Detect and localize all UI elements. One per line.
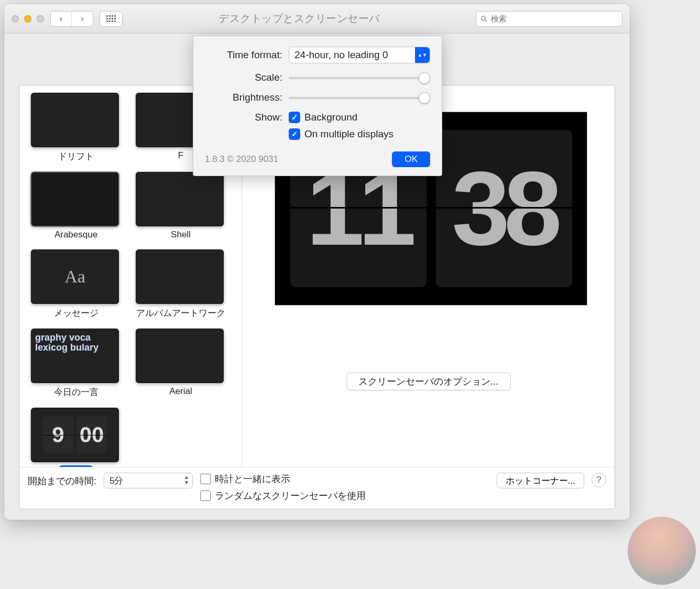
checkbox-checked-icon: ✓	[289, 112, 300, 123]
nav-back-forward: ‹ ›	[50, 11, 93, 27]
thumbnail-label: Aerial	[136, 386, 226, 397]
preview-minutes: 38	[436, 130, 572, 287]
screensaver-item-message[interactable]: Aa メッセージ	[31, 249, 121, 319]
screensaver-item-album[interactable]: アルバムアートワーク	[136, 249, 226, 319]
thumbnail	[31, 172, 119, 226]
forward-button[interactable]: ›	[72, 12, 93, 26]
brightness-label: Brightness:	[205, 92, 282, 103]
search-field[interactable]	[476, 11, 622, 27]
checkbox-label: Background	[304, 112, 357, 123]
show-all-button[interactable]	[100, 11, 123, 27]
close-window-button[interactable]	[12, 15, 19, 23]
thumbnail	[136, 249, 224, 304]
bottom-bar: 開始までの時間: 5分 ▲▼ 時計と一緒に表示 ランダムなスクリーンセーバを使用	[19, 467, 615, 509]
slider-track	[289, 97, 430, 99]
screensaver-item-arabesque[interactable]: Arabesque	[31, 172, 121, 240]
random-screensaver-checkbox[interactable]: ランダムなスクリーンセーバを使用	[200, 489, 366, 502]
scale-slider[interactable]	[289, 72, 430, 83]
show-label: Show:	[205, 112, 282, 123]
start-delay-label: 開始までの時間:	[28, 473, 96, 487]
search-input[interactable]	[491, 14, 618, 23]
slider-knob[interactable]	[419, 92, 430, 104]
checkbox-input[interactable]	[200, 490, 211, 501]
checkbox-checked-icon: ✓	[289, 128, 300, 140]
thumbnail-label: Shell	[136, 230, 226, 240]
time-format-value: 24-hour, no leading 0	[294, 49, 388, 61]
show-clock-checkbox[interactable]: 時計と一緒に表示	[200, 473, 366, 485]
back-button[interactable]: ‹	[51, 12, 72, 26]
window-title: デスクトップとスクリーンセーバ	[129, 12, 469, 26]
start-delay-select[interactable]: 5分 ▲▼	[104, 473, 193, 488]
scale-label: Scale:	[205, 72, 282, 83]
checkbox-label: ランダムなスクリーンセーバを使用	[215, 489, 366, 502]
thumbnail-label: 今日の一言	[31, 386, 121, 398]
brightness-slider[interactable]	[289, 92, 430, 103]
prefs-window: ‹ › デスクトップとスクリーンセーバ ドリフト	[4, 4, 630, 520]
chevron-updown-icon: ▲▼	[184, 475, 189, 485]
screensaver-item-shell[interactable]: Shell	[136, 172, 226, 240]
thumbnail: 900	[31, 408, 119, 462]
help-button[interactable]: ?	[592, 473, 606, 487]
thumbnail-label: ドリフト	[31, 150, 121, 162]
thumbnail-label: Arabesque	[31, 230, 121, 240]
thumbnail: Aa	[31, 249, 119, 304]
watermark-icon	[628, 517, 696, 585]
screensaver-item-fliqlo[interactable]: 900 Fliqlo	[31, 408, 121, 467]
slider-track	[289, 77, 430, 79]
checkbox-label: On multiple displays	[304, 128, 393, 140]
grid-icon	[106, 15, 116, 22]
thumbnail	[136, 329, 224, 383]
fliqlo-options-popover: Time format: 24-hour, no leading 0 ▲▼ Sc…	[193, 36, 442, 176]
thumbnail	[31, 93, 119, 147]
hot-corners-button[interactable]: ホットコーナー...	[497, 473, 584, 488]
thumbnail-label: アルバムアートワーク	[136, 307, 226, 319]
slider-knob[interactable]	[419, 72, 430, 84]
time-format-dropdown[interactable]: 24-hour, no leading 0 ▲▼	[289, 47, 430, 63]
traffic-lights	[12, 15, 44, 23]
thumbnail-label: メッセージ	[31, 307, 121, 319]
show-multiple-displays-checkbox[interactable]: ✓ On multiple displays	[289, 128, 393, 140]
thumbnail	[136, 172, 224, 226]
version-text: 1.8.3 © 2020 9031	[205, 154, 278, 165]
minimize-window-button[interactable]	[24, 15, 31, 23]
screensaver-item-aerial[interactable]: Aerial	[136, 329, 226, 398]
time-format-label: Time format:	[205, 49, 282, 61]
titlebar: ‹ › デスクトップとスクリーンセーバ	[4, 4, 630, 34]
checkbox-label: 時計と一緒に表示	[215, 473, 290, 485]
screensaver-options-button[interactable]: スクリーンセーバのオプション...	[346, 373, 510, 390]
screensaver-item-drift[interactable]: ドリフト	[31, 93, 121, 162]
thumbnail: graphy voca lexicog bulary	[31, 329, 119, 383]
show-background-checkbox[interactable]: ✓ Background	[289, 112, 393, 123]
ok-button[interactable]: OK	[392, 151, 430, 167]
chevron-updown-icon: ▲▼	[415, 47, 430, 63]
checkbox-input[interactable]	[200, 474, 211, 484]
zoom-window-button[interactable]	[37, 15, 44, 23]
screensaver-item-word[interactable]: graphy voca lexicog bulary 今日の一言	[31, 329, 121, 398]
search-icon	[480, 15, 488, 23]
start-delay-value: 5分	[110, 475, 123, 487]
